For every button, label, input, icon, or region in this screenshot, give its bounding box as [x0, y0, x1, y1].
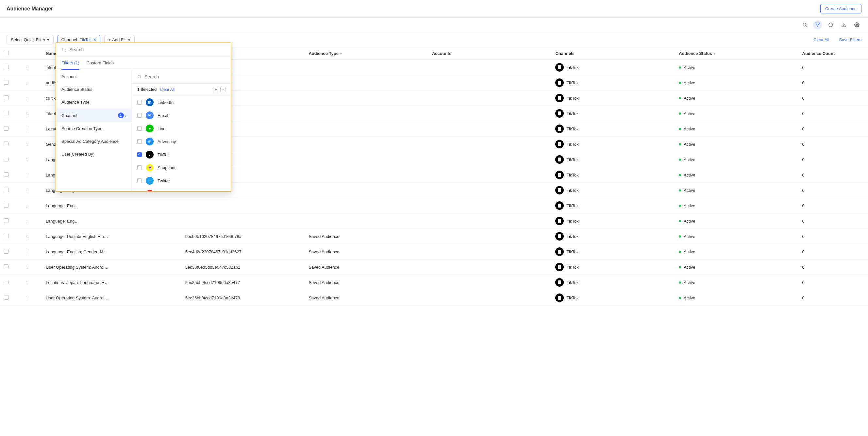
tiktok-icon [555, 293, 564, 302]
status-dot [679, 174, 681, 176]
options-search-input[interactable] [145, 74, 225, 80]
cell-count: 0 [798, 91, 868, 106]
row-menu-icon[interactable]: ⋮ [24, 203, 29, 208]
row-checkbox[interactable] [4, 126, 8, 131]
row-checkbox[interactable] [4, 157, 8, 161]
filter-search-input[interactable] [69, 47, 225, 52]
option-label: Snapchat [157, 165, 176, 170]
deselect-all-icon[interactable]: − [220, 87, 225, 92]
row-checkbox[interactable] [4, 218, 8, 223]
line-icon: ● [146, 125, 154, 132]
filter-icon[interactable] [813, 20, 822, 29]
row-menu-icon[interactable]: ⋮ [24, 234, 29, 239]
option-checkbox[interactable] [137, 139, 142, 144]
save-filters-button[interactable]: Save Filters [839, 37, 862, 42]
status-dot [679, 266, 681, 268]
chip-value: TikTok [80, 37, 92, 42]
option-checkbox[interactable] [137, 113, 142, 118]
row-menu-icon[interactable]: ⋮ [24, 249, 29, 254]
cell-status: Active [675, 121, 798, 136]
row-menu-icon[interactable]: ⋮ [24, 126, 29, 131]
cell-audience-id [181, 198, 305, 213]
filter-category[interactable]: Audience Type [56, 96, 132, 108]
cell-status: Active [675, 229, 798, 244]
select-all-icon[interactable]: + [213, 87, 218, 92]
row-menu-icon[interactable]: ⋮ [24, 111, 29, 116]
row-checkbox[interactable] [4, 111, 8, 115]
col-channels[interactable]: Channels [551, 48, 675, 60]
row-checkbox[interactable] [4, 264, 8, 269]
tiktok-icon [555, 140, 564, 148]
row-checkbox[interactable] [4, 188, 8, 192]
row-menu-icon[interactable]: ⋮ [24, 219, 29, 223]
status-dot [679, 128, 681, 130]
row-menu-icon[interactable]: ⋮ [24, 295, 29, 300]
row-checkbox[interactable] [4, 280, 8, 284]
clear-all-options[interactable]: Clear All [160, 87, 175, 92]
add-filter-label: Add Filter [112, 37, 130, 42]
row-checkbox[interactable] [4, 234, 8, 238]
select-all-checkbox[interactable] [4, 51, 8, 55]
selected-count: 1 Selected [137, 87, 157, 92]
refresh-icon[interactable] [826, 20, 835, 29]
row-checkbox[interactable] [4, 249, 8, 254]
channel-option[interactable]: ◎Advocacy [132, 135, 231, 148]
row-checkbox[interactable] [4, 172, 8, 177]
filter-category[interactable]: Account [56, 70, 132, 83]
row-checkbox[interactable] [4, 295, 8, 300]
filter-category[interactable]: Channel1› [56, 108, 132, 122]
gear-icon[interactable] [852, 20, 862, 29]
col-status[interactable]: Audience Status▾ [675, 48, 798, 60]
clear-all-button[interactable]: Clear All [813, 37, 829, 42]
row-menu-icon[interactable]: ⋮ [24, 157, 29, 162]
filter-category[interactable]: User(Created By) [56, 148, 132, 160]
row-menu-icon[interactable]: ⋮ [24, 173, 29, 178]
col-audience-type[interactable]: Audience Type▾ [305, 48, 428, 60]
filter-category[interactable]: Special Ad Category Audience [56, 135, 132, 148]
col-count[interactable]: Audience Count [798, 48, 868, 60]
option-checkbox[interactable] [137, 152, 142, 157]
row-menu-icon[interactable]: ⋮ [24, 81, 29, 85]
row-checkbox[interactable] [4, 142, 8, 146]
channel-option[interactable]: 微Sina Weibo [132, 187, 231, 191]
channel-option[interactable]: ●Line [132, 122, 231, 135]
search-icon[interactable] [800, 20, 809, 29]
chevron-down-icon: ▾ [47, 37, 49, 42]
row-menu-icon[interactable]: ⋮ [24, 280, 29, 285]
close-icon[interactable]: ✕ [93, 37, 97, 42]
col-accounts[interactable]: Accounts [428, 48, 552, 60]
status-dot [679, 97, 681, 99]
row-checkbox[interactable] [4, 80, 8, 85]
option-checkbox[interactable] [137, 165, 142, 170]
cell-channels: TikTok [551, 152, 675, 167]
option-checkbox[interactable] [137, 126, 142, 131]
status-dot [679, 235, 681, 238]
quick-filter-dropdown[interactable]: Select Quick Filter ▾ [6, 35, 54, 44]
row-menu-icon[interactable]: ⋮ [24, 65, 29, 70]
tab-filters[interactable]: Filters (1) [61, 57, 80, 70]
status-dot [679, 158, 681, 161]
row-menu-icon[interactable]: ⋮ [24, 188, 29, 193]
channel-option[interactable]: 🐦Twitter [132, 174, 231, 187]
option-checkbox[interactable] [137, 179, 142, 183]
create-audience-button[interactable]: Create Audience [820, 4, 862, 13]
tiktok-icon [555, 263, 564, 271]
channel-option[interactable]: ✉Email [132, 109, 231, 122]
option-checkbox[interactable] [137, 100, 142, 104]
channel-option[interactable]: 👻Snapchat [132, 161, 231, 174]
cell-status: Active [675, 60, 798, 75]
cell-audience-id: 5ec25bbf4ccd7109d0a3e478 [181, 290, 305, 306]
filter-category[interactable]: Source Creation Type [56, 122, 132, 135]
row-menu-icon[interactable]: ⋮ [24, 265, 29, 270]
tab-custom-fields[interactable]: Custom Fields [87, 57, 114, 70]
cell-audience-type [305, 91, 428, 106]
channel-option[interactable]: inLinkedIn [132, 96, 231, 109]
row-checkbox[interactable] [4, 95, 8, 100]
row-checkbox[interactable] [4, 203, 8, 208]
channel-option[interactable]: ♪TikTok [132, 148, 231, 161]
download-icon[interactable] [839, 20, 848, 29]
row-menu-icon[interactable]: ⋮ [24, 142, 29, 147]
filter-category[interactable]: Audience Status [56, 83, 132, 96]
row-checkbox[interactable] [4, 65, 8, 69]
row-menu-icon[interactable]: ⋮ [24, 96, 29, 101]
